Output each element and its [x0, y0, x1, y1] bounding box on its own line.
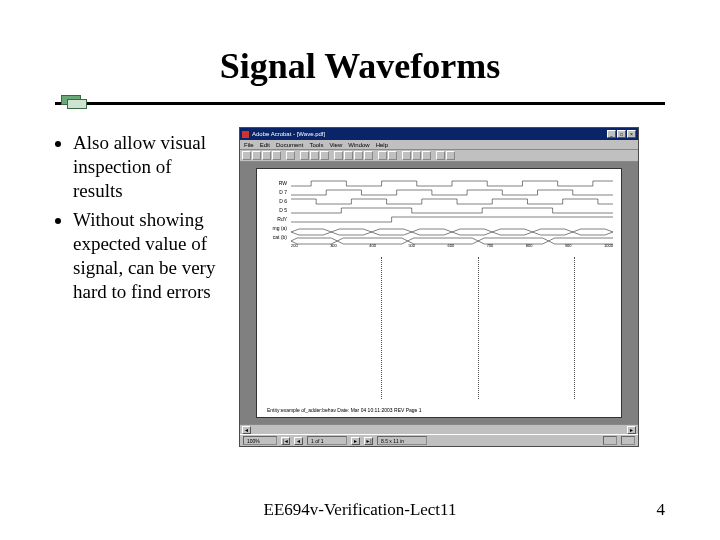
- wave-rdy: [291, 215, 613, 224]
- signal-label: mg (a): [261, 224, 287, 233]
- first-page-icon[interactable]: |◄: [281, 437, 290, 445]
- tool-hand-icon[interactable]: [300, 151, 309, 160]
- tool-save-icon[interactable]: [252, 151, 261, 160]
- scroll-left-icon[interactable]: ◄: [242, 426, 251, 434]
- tick: 300: [330, 243, 337, 251]
- signal-label: RW: [261, 179, 287, 188]
- last-page-icon[interactable]: ►|: [364, 437, 373, 445]
- cursor-line: [574, 257, 575, 399]
- divider: [55, 95, 665, 111]
- content-row: Also allow visual inspection of results …: [55, 127, 665, 447]
- prev-page-icon[interactable]: ◄: [294, 437, 303, 445]
- acrobat-window: Adobe Acrobat - [Wave.pdf] _ □ × File Ed…: [239, 127, 639, 447]
- tick: 200: [291, 243, 298, 251]
- window-buttons: _ □ ×: [607, 130, 636, 138]
- wave-d7: [291, 188, 613, 197]
- slide-title: Signal Waveforms: [55, 45, 665, 87]
- wave-d5: [291, 206, 613, 215]
- cursor-line: [381, 257, 382, 399]
- tool-print-icon[interactable]: [262, 151, 271, 160]
- menu-window[interactable]: Window: [348, 142, 369, 148]
- menubar: File Edit Document Tools View Window Hel…: [240, 140, 638, 150]
- signal-label: D 6: [261, 197, 287, 206]
- next-page-icon[interactable]: ►: [351, 437, 360, 445]
- tool-fitwidth-icon[interactable]: [422, 151, 431, 160]
- tick: 800: [526, 243, 533, 251]
- toolbar: [240, 150, 638, 162]
- tool-zoomin-icon[interactable]: [310, 151, 319, 160]
- close-button[interactable]: ×: [627, 130, 636, 138]
- slide-footer: EE694v-Verification-Lect11: [0, 500, 720, 520]
- signal-labels: RW D 7 D 6 D 5 RdY mg (a) cat (b): [261, 179, 287, 242]
- status-layout2-icon[interactable]: [621, 436, 635, 445]
- wave-rw: [291, 179, 613, 188]
- tool-fitpage-icon[interactable]: [412, 151, 421, 160]
- tick: 600: [448, 243, 455, 251]
- divider-decor-icon: [61, 95, 89, 109]
- tool-text-icon[interactable]: [320, 151, 329, 160]
- document-area: RW D 7 D 6 D 5 RdY mg (a) cat (b): [240, 162, 638, 424]
- embedded-screenshot: Adobe Acrobat - [Wave.pdf] _ □ × File Ed…: [239, 127, 665, 447]
- menu-view[interactable]: View: [329, 142, 342, 148]
- tick: 700: [487, 243, 494, 251]
- signal-label: cat (b): [261, 233, 287, 242]
- tool-last-icon[interactable]: [364, 151, 373, 160]
- tool-first-icon[interactable]: [334, 151, 343, 160]
- divider-line: [55, 102, 665, 105]
- slide: Signal Waveforms Also allow visual inspe…: [0, 0, 720, 540]
- signal-label: D 5: [261, 206, 287, 215]
- cursor-line: [478, 257, 479, 399]
- menu-tools[interactable]: Tools: [309, 142, 323, 148]
- wave-d6: [291, 197, 613, 206]
- menu-help[interactable]: Help: [376, 142, 388, 148]
- menu-edit[interactable]: Edit: [260, 142, 270, 148]
- tick: 1000: [604, 243, 613, 251]
- tick: 500: [408, 243, 415, 251]
- pdf-page: RW D 7 D 6 D 5 RdY mg (a) cat (b): [256, 168, 622, 418]
- tool-back-icon[interactable]: [378, 151, 387, 160]
- tool-open-icon[interactable]: [242, 151, 251, 160]
- waveform-area: [291, 179, 613, 241]
- status-layout-icon[interactable]: [603, 436, 617, 445]
- bullet-list: Also allow visual inspection of results …: [55, 127, 225, 447]
- tool-mail-icon[interactable]: [272, 151, 281, 160]
- wave-mg: [291, 228, 613, 237]
- window-title: Adobe Acrobat - [Wave.pdf]: [252, 131, 604, 137]
- tool-fwd-icon[interactable]: [388, 151, 397, 160]
- cursor-area: [291, 257, 613, 399]
- time-axis: 200 300 400 500 600 700 800 900 1000: [291, 243, 613, 251]
- signal-label: D 7: [261, 188, 287, 197]
- tick: 400: [369, 243, 376, 251]
- titlebar: Adobe Acrobat - [Wave.pdf] _ □ ×: [240, 128, 638, 140]
- tool-find-icon[interactable]: [286, 151, 295, 160]
- statusbar: 100% |◄ ◄ 1 of 1 ► ►| 8.5 x 11 in: [240, 434, 638, 446]
- acrobat-icon: [242, 131, 249, 138]
- maximize-button[interactable]: □: [617, 130, 626, 138]
- tick: 900: [565, 243, 572, 251]
- status-zoom[interactable]: 100%: [243, 436, 277, 445]
- tool-rotate-icon[interactable]: [436, 151, 445, 160]
- tool-next-icon[interactable]: [354, 151, 363, 160]
- tool-actual-icon[interactable]: [402, 151, 411, 160]
- scroll-right-icon[interactable]: ►: [627, 426, 636, 434]
- bullet-item: Also allow visual inspection of results: [73, 131, 225, 202]
- tool-prev-icon[interactable]: [344, 151, 353, 160]
- horizontal-scrollbar[interactable]: ◄ ►: [240, 424, 638, 434]
- status-size: 8.5 x 11 in: [377, 436, 427, 445]
- status-page: 1 of 1: [307, 436, 347, 445]
- bullet-item: Without showing expected value of signal…: [73, 208, 225, 303]
- menu-file[interactable]: File: [244, 142, 254, 148]
- minimize-button[interactable]: _: [607, 130, 616, 138]
- page-caption: Entity:example of_adder:behav Date: Mar …: [267, 407, 422, 413]
- menu-document[interactable]: Document: [276, 142, 303, 148]
- signal-label: RdY: [261, 215, 287, 224]
- tool-other-icon[interactable]: [446, 151, 455, 160]
- slide-page-number: 4: [657, 500, 666, 520]
